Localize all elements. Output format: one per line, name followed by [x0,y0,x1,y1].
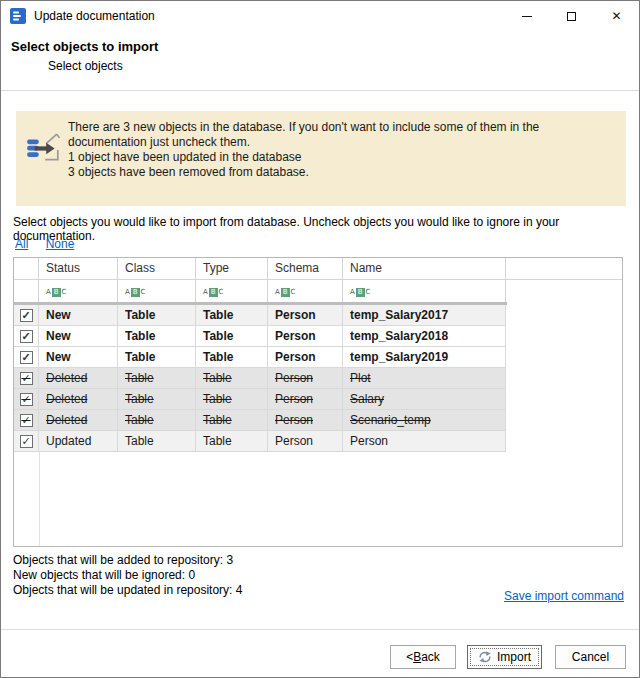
summary-added: Objects that will be added to repository… [13,553,242,568]
cell-class: Table [118,410,196,430]
cell-schema: Person [268,305,343,325]
cell-type: Table [196,410,268,430]
cell-status: Deleted [39,368,118,388]
cell-checkbox: ✓ [14,431,39,451]
back-button[interactable]: < Back [390,645,456,669]
row-checkbox[interactable]: ✓ [20,393,33,406]
titlebar: Update documentation ✕ [1,1,639,31]
filter-letter-c: C [62,289,67,296]
back-label-prefix: < [406,650,413,664]
update-documentation-dialog: Update documentation ✕ Select objects to… [0,0,640,678]
checkbox-column-line [39,452,40,546]
import-button[interactable]: Import [467,645,542,669]
select-all-link[interactable]: All [15,237,28,251]
row-checkbox[interactable]: ✓ [20,414,33,427]
column-header-schema[interactable]: Schema [268,258,343,279]
info-line-3: 3 objects have been removed from databas… [68,165,620,180]
filter-cell-filler [506,280,622,302]
filter-letter-c: C [141,289,146,296]
close-icon: ✕ [611,10,621,22]
filter-letter-c: C [366,289,371,296]
page-subtitle: Select objects [48,59,123,73]
filter-letter-b: B [281,288,290,297]
cell-checkbox: ✓ [14,347,39,367]
filter-letter-b: B [356,288,365,297]
cell-name: temp_Salary2017 [343,305,506,325]
info-box: There are 3 new objects in the database.… [16,111,626,206]
row-checkbox[interactable]: ✓ [20,330,33,343]
table-header-row: StatusClassTypeSchemaName [14,258,622,280]
cell-name: Salary [343,389,506,409]
column-header-checkbox[interactable] [14,258,39,279]
column-header-class[interactable]: Class [118,258,196,279]
sync-icon [478,651,492,663]
info-message: There are 3 new objects in the database.… [68,120,620,180]
cancel-button[interactable]: Cancel [555,645,626,669]
minimize-button[interactable] [504,1,549,31]
table-row[interactable]: ✓DeletedTableTablePersonScenario_temp [14,410,506,431]
close-button[interactable]: ✕ [594,1,639,31]
table-row[interactable]: ✓NewTableTablePersontemp_Salary2017 [14,305,506,326]
cell-type: Table [196,326,268,346]
window-title: Update documentation [34,9,155,23]
cell-name: Plot [343,368,506,388]
cell-schema: Person [268,368,343,388]
table-row[interactable]: ✓DeletedTableTablePersonSalary [14,389,506,410]
row-checkbox[interactable]: ✓ [20,435,33,448]
window-controls: ✕ [504,1,639,31]
table-row[interactable]: ✓NewTableTablePersontemp_Salary2018 [14,326,506,347]
check-icon: ✓ [21,373,30,384]
table-body: ✓NewTableTablePersontemp_Salary2017✓NewT… [14,305,622,452]
cell-status: Deleted [39,389,118,409]
maximize-button[interactable] [549,1,594,31]
selection-links: All None [15,237,74,251]
import-label: Import [497,650,531,664]
footer-separator [1,629,639,630]
cell-name: Scenario_temp [343,410,506,430]
check-icon: ✓ [21,394,30,405]
filter-cell-status[interactable]: ABC [39,280,118,302]
filter-letter-c: C [219,289,224,296]
filter-letter-b: B [131,288,140,297]
cell-class: Table [118,389,196,409]
table-row[interactable]: ✓NewTableTablePersontemp_Salary2019 [14,347,506,368]
cell-checkbox: ✓ [14,305,39,325]
filter-cell-schema[interactable]: ABC [268,280,343,302]
row-checkbox[interactable]: ✓ [20,309,33,322]
info-line-2: 1 object have been updated in the databa… [68,150,620,165]
row-checkbox[interactable]: ✓ [20,351,33,364]
filter-cell-class[interactable]: ABC [118,280,196,302]
save-import-command-link[interactable]: Save import command [504,589,624,603]
check-icon: ✓ [21,352,30,363]
instruction-text: Select objects you would like to import … [13,215,639,243]
cell-type: Table [196,389,268,409]
table-row[interactable]: ✓UpdatedTableTablePersonPerson [14,431,506,452]
text-filter-icon: ABC [203,282,224,302]
column-header-filler [506,258,622,279]
filter-letter-a: A [350,289,355,296]
filter-cell-checkbox[interactable] [14,280,39,302]
cell-class: Table [118,431,196,451]
cell-checkbox: ✓ [14,410,39,430]
select-none-link[interactable]: None [46,237,75,251]
cancel-label: Cancel [572,650,609,664]
row-checkbox[interactable]: ✓ [20,372,33,385]
cell-class: Table [118,347,196,367]
cell-checkbox: ✓ [14,326,39,346]
cell-schema: Person [268,389,343,409]
column-header-status[interactable]: Status [39,258,118,279]
summary-ignored: New objects that will be ignored: 0 [13,568,242,583]
column-header-type[interactable]: Type [196,258,268,279]
filter-letter-a: A [125,289,130,296]
filter-cell-type[interactable]: ABC [196,280,268,302]
cell-type: Table [196,431,268,451]
filter-cell-name[interactable]: ABC [343,280,506,302]
check-icon: ✓ [21,331,30,342]
maximize-icon [567,12,576,21]
filter-letter-a: A [275,289,280,296]
filter-letter-a: A [46,289,51,296]
table-row[interactable]: ✓DeletedTableTablePersonPlot [14,368,506,389]
cell-class: Table [118,305,196,325]
cell-type: Table [196,368,268,388]
column-header-name[interactable]: Name [343,258,506,279]
